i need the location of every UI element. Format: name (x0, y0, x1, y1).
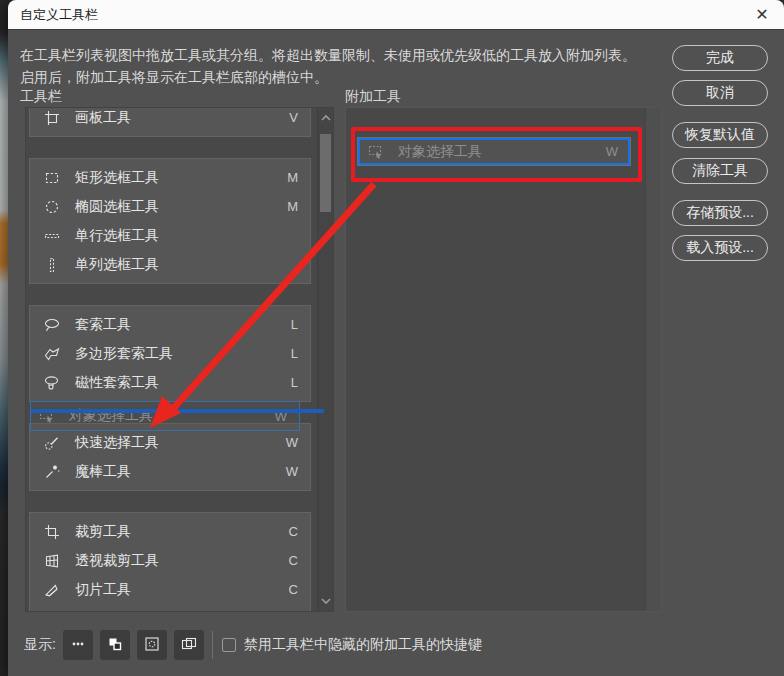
tool-label: 切片工具 (75, 581, 131, 599)
tool-shortcut: C (289, 582, 298, 597)
tool-row[interactable]: 切片工具C (30, 575, 310, 604)
single-column-marquee-icon (44, 257, 62, 273)
tool-shortcut: C (289, 524, 298, 539)
tool-row[interactable]: 裁剪工具C (30, 517, 310, 546)
cancel-button[interactable]: 取消 (672, 80, 768, 106)
tool-row[interactable]: 磁性套索工具L (30, 368, 310, 397)
magic-wand-icon (44, 464, 62, 480)
restore-defaults-button[interactable]: 恢复默认值 (672, 122, 768, 148)
tool-group: 矩形选框工具M椭圆选框工具M单行选框工具单列选框工具 (29, 158, 311, 284)
scrollbar-thumb[interactable] (320, 134, 331, 212)
tool-shortcut: M (287, 170, 298, 185)
tool-row[interactable]: 画板工具V (30, 107, 310, 132)
crop-icon (44, 524, 62, 540)
tool-label: 快速选择工具 (75, 434, 159, 452)
tool-shortcut: C (289, 553, 298, 568)
clear-tools-button[interactable]: 清除工具 (672, 158, 768, 184)
tool-shortcut: W (286, 435, 298, 450)
polygon-lasso-icon (44, 346, 62, 362)
tool-shortcut: W (286, 464, 298, 479)
toolbar-groups: 画板工具V矩形选框工具M椭圆选框工具M单行选框工具单列选框工具套索工具L多边形套… (26, 107, 333, 612)
disable-shortcuts-label: 禁用工具栏中隐藏的附加工具的快捷键 (244, 636, 482, 654)
tool-shortcut: L (291, 375, 298, 390)
show-label: 显示: (24, 636, 56, 654)
quick-select-icon (44, 435, 62, 451)
tool-label: 矩形选框工具 (75, 169, 159, 187)
close-button[interactable]: ✕ (740, 0, 784, 30)
screen-mode-icon (181, 636, 197, 655)
single-row-marquee-icon (44, 228, 62, 244)
tool-row[interactable]: 切片选择工具C (30, 604, 310, 612)
tool-row[interactable]: 套索工具L (30, 310, 310, 339)
rect-marquee-icon (44, 170, 62, 186)
tool-label: 多边形套索工具 (75, 345, 173, 363)
tool-label: 画板工具 (75, 109, 131, 127)
ellipsis-icon (70, 636, 86, 655)
tool-label: 魔棒工具 (75, 463, 131, 481)
perspective-crop-icon (44, 553, 62, 569)
tool-shortcut: V (289, 110, 298, 125)
toolbar-scrollbar[interactable] (317, 108, 333, 611)
footer-bar: 显示: 禁用工具栏中隐藏的附加工具的快捷键 (8, 628, 784, 662)
ellipsis-toggle-button[interactable] (63, 630, 93, 660)
color-swatches-icon (107, 636, 123, 655)
annotation-red-rectangle (351, 127, 642, 182)
tool-row[interactable]: 快速选择工具W (30, 428, 310, 457)
done-button[interactable]: 完成 (672, 45, 768, 71)
customize-toolbar-dialog: 自定义工具栏 ✕ 在工具栏列表视图中拖放工具或其分组。将超出数量限制、未使用或优… (8, 0, 784, 676)
toolbar-list: 画板工具V矩形选框工具M椭圆选框工具M单行选框工具单列选框工具套索工具L多边形套… (25, 107, 334, 612)
tool-group: 裁剪工具C透视裁剪工具C切片工具C切片选择工具C (29, 512, 311, 612)
tool-label: 椭圆选框工具 (75, 198, 159, 216)
tool-shortcut: C (289, 611, 298, 612)
dialog-title: 自定义工具栏 (20, 6, 98, 24)
extra-tools-scrollbar[interactable] (645, 108, 661, 611)
load-preset-button[interactable]: 载入预设... (672, 235, 768, 261)
tool-row[interactable]: 椭圆选框工具M (30, 192, 310, 221)
tool-row[interactable]: 透视裁剪工具C (30, 546, 310, 575)
action-buttons: 完成取消恢复默认值清除工具存储预设...载入预设... (672, 45, 770, 261)
ellipse-marquee-icon (44, 199, 62, 215)
quick-mask-toggle-button[interactable] (137, 630, 167, 660)
tool-shortcut: L (291, 317, 298, 332)
color-swatches-toggle-button[interactable] (100, 630, 130, 660)
quick-mask-icon (144, 636, 160, 655)
tool-group: 画板工具V (29, 107, 311, 137)
toolbar-panel-label: 工具栏 (20, 88, 62, 106)
disable-shortcuts-checkbox[interactable] (222, 638, 236, 652)
tool-row[interactable]: 多边形套索工具L (30, 339, 310, 368)
tool-label: 裁剪工具 (75, 523, 131, 541)
tool-label: 切片选择工具 (75, 610, 159, 613)
save-preset-button[interactable]: 存储预设... (672, 200, 768, 226)
display-toggle-group (56, 630, 204, 660)
extra-tools-list: 对象选择工具W (345, 107, 662, 612)
artboard-icon (44, 110, 62, 126)
drop-indicator-line (31, 409, 324, 413)
tool-label: 单列选框工具 (75, 256, 159, 274)
lasso-icon (44, 317, 62, 333)
tool-group: 快速选择工具W魔棒工具W (29, 423, 311, 491)
dialog-titlebar[interactable]: 自定义工具栏 ✕ (8, 0, 784, 30)
tool-label: 透视裁剪工具 (75, 552, 159, 570)
dialog-description: 在工具栏列表视图中拖放工具或其分组。将超出数量限制、未使用或优先级低的工具放入附… (20, 44, 648, 88)
tool-row[interactable]: 矩形选框工具M (30, 163, 310, 192)
close-icon: ✕ (755, 5, 768, 24)
extra-tools-panel-label: 附加工具 (345, 88, 401, 106)
tool-label: 磁性套索工具 (75, 374, 159, 392)
tool-row[interactable]: 单行选框工具 (30, 221, 310, 250)
slice-icon (44, 582, 62, 598)
footer-divider (212, 631, 213, 659)
screen-mode-toggle-button[interactable] (174, 630, 204, 660)
scroll-down-icon[interactable] (319, 594, 333, 608)
tool-row[interactable]: 单列选框工具 (30, 250, 310, 279)
tool-row[interactable]: 魔棒工具W (30, 457, 310, 486)
slice-select-icon (44, 611, 62, 613)
scroll-up-icon[interactable] (319, 111, 333, 125)
tool-label: 套索工具 (75, 316, 131, 334)
tool-group: 套索工具L多边形套索工具L磁性套索工具L (29, 305, 311, 402)
drag-ghost-row[interactable]: 对象选择工具 W (30, 401, 300, 431)
tool-label: 单行选框工具 (75, 227, 159, 245)
magnetic-lasso-icon (44, 375, 62, 391)
tool-shortcut: M (287, 199, 298, 214)
tool-shortcut: L (291, 346, 298, 361)
